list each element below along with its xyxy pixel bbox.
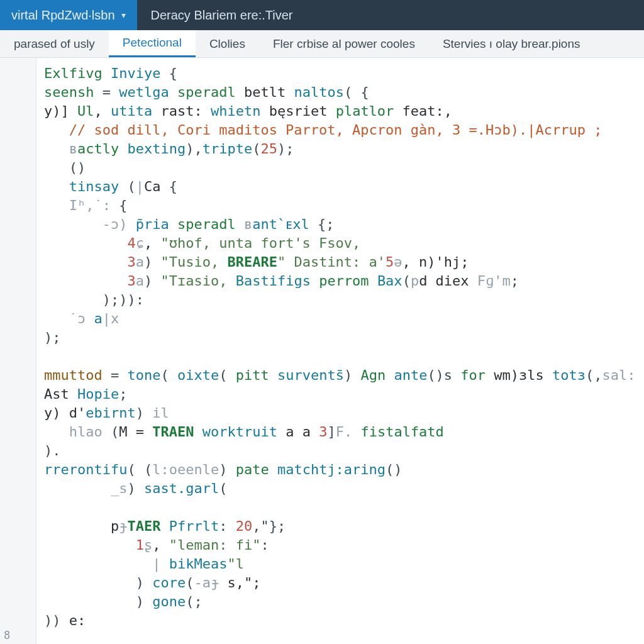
- code-line: rrerontifu( (l:oeenle) pate matchtj:arin…: [44, 460, 644, 479]
- editor-gutter: 8: [0, 58, 36, 644]
- code-line: (): [44, 158, 644, 177]
- code-line: mmuttod = tone( oixte( pitt survents̄) A…: [44, 366, 644, 385]
- subtab-label: Petectional: [123, 36, 182, 50]
- subtab-1[interactable]: Petectional: [109, 30, 196, 57]
- code-line: );: [44, 328, 644, 347]
- code-line: ʙactly bexting),tripte(25);: [44, 140, 644, 158]
- subtab-2[interactable]: Clolies: [196, 30, 259, 57]
- editor: 8 Exlfivg Inviye {seensh = wetlga sperad…: [0, 58, 644, 644]
- chevron-down-icon: ▾: [121, 10, 126, 20]
- subtab-label: Stervies ı olay brear.pions: [443, 37, 580, 51]
- window-title: Deracy Blariem ere:.Tiver: [137, 0, 307, 30]
- window-tab-label: virtal RpdZwd·lsbn: [11, 8, 115, 23]
- code-line: // sod dill, Cori maditos Parrot, Apcron…: [44, 121, 644, 140]
- code-line: ) gone(;: [44, 592, 644, 611]
- code-line: Iʰ,˙: {: [44, 196, 644, 215]
- subtab-label: parased of usly: [14, 37, 95, 51]
- code-line: y)] Ul, utita rast: whietn bęsriet platl…: [44, 102, 644, 121]
- code-line: );)):: [44, 291, 644, 309]
- code-line: 3a) "Tɪasio, Bastifigs perrom Bax(pd die…: [44, 272, 644, 291]
- subtab-3[interactable]: Fler crbise al power cooles: [259, 30, 429, 57]
- code-line: tinsay (|Ca {: [44, 177, 644, 196]
- code-line: hlao (M = TRAEN worktruit a a 3]F. fista…: [44, 423, 644, 441]
- titlebar: virtal RpdZwd·lsbn ▾ Deracy Blariem ere:…: [0, 0, 644, 30]
- code-line: ˙ɔ a|x: [44, 309, 644, 328]
- code-line: [44, 498, 644, 517]
- code-line: y) d'ebirnt) il: [44, 404, 644, 423]
- window-tab[interactable]: virtal RpdZwd·lsbn ▾: [0, 0, 137, 30]
- code-line: 4ɕ, "ʊhof, unta fort's Fsov,: [44, 234, 644, 253]
- code-area[interactable]: Exlfivg Inviye {seensh = wetlga speradl …: [36, 58, 644, 644]
- code-line: [44, 347, 644, 366]
- subtab-4[interactable]: Stervies ı olay brear.pions: [429, 30, 594, 57]
- gutter-line-number: 8: [4, 629, 10, 641]
- code-line: | bikMeas"l: [44, 555, 644, 574]
- subtab-label: Clolies: [209, 37, 245, 51]
- code-line: seensh = wetlga speradl betlt naltos( {: [44, 83, 644, 102]
- code-line: ) core(-aɟ s,";: [44, 574, 644, 592]
- code-line: -ɔ) p̄ria speradl ʙant`ᴇxl {;: [44, 215, 644, 234]
- subtab-label: Fler crbise al power cooles: [273, 37, 415, 51]
- code-line: Exlfivg Inviye {: [44, 64, 644, 83]
- code-line: _s) sast.garl(: [44, 479, 644, 498]
- code-line: Ast Hopie;: [44, 385, 644, 404]
- code-line: )) e:: [44, 611, 644, 630]
- code-line: 1ʂ, "leman: fi":: [44, 536, 644, 555]
- subtab-0[interactable]: parased of usly: [0, 30, 109, 57]
- code-line: ).: [44, 441, 644, 460]
- subtab-bar: parased of uslyPetectionalCloliesFler cr…: [0, 30, 644, 58]
- code-line: pɟTAER Pfrrlt: 20,"};: [44, 517, 644, 536]
- code-line: 3a) "Tusio, BREARE" Dastint: a'5ə, n)'hj…: [44, 253, 644, 272]
